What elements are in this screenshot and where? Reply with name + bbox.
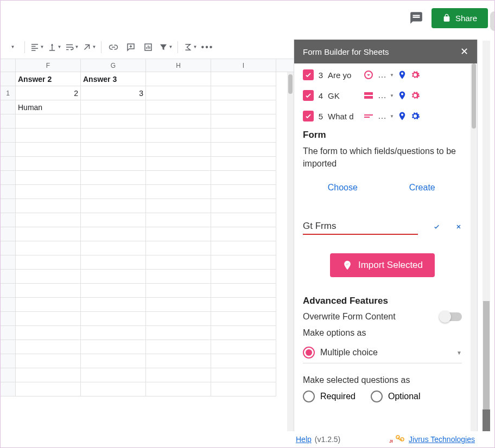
cell[interactable]: [81, 298, 146, 312]
select-all-corner[interactable]: [1, 59, 16, 72]
row-header[interactable]: [1, 354, 16, 368]
cancel-icon[interactable]: [455, 221, 462, 233]
row-header[interactable]: [1, 129, 16, 143]
cell[interactable]: [16, 340, 81, 354]
pin-icon[interactable]: [397, 111, 407, 121]
cell[interactable]: [16, 368, 81, 382]
cell[interactable]: [81, 382, 146, 396]
cell[interactable]: [146, 157, 211, 171]
cell[interactable]: [211, 157, 276, 171]
cell[interactable]: [211, 255, 276, 270]
menu-caret[interactable]: ▼: [5, 40, 20, 55]
cell[interactable]: [16, 241, 81, 255]
cell[interactable]: [211, 354, 276, 368]
cell[interactable]: [146, 227, 211, 241]
pin-icon[interactable]: [397, 70, 407, 80]
comments-button[interactable]: [408, 9, 425, 27]
col-header[interactable]: F: [16, 59, 81, 72]
cell[interactable]: [211, 284, 276, 298]
row-header[interactable]: [1, 199, 16, 213]
cell[interactable]: [146, 368, 211, 382]
sheet-scrollbar[interactable]: [287, 72, 294, 431]
col-header[interactable]: I: [211, 59, 276, 72]
cell[interactable]: [211, 227, 276, 241]
cell[interactable]: [81, 270, 146, 284]
cell[interactable]: [211, 185, 276, 199]
cell[interactable]: [146, 284, 211, 298]
cell[interactable]: [146, 213, 211, 227]
gear-icon[interactable]: [410, 111, 420, 121]
col-header[interactable]: G: [81, 59, 146, 72]
cell[interactable]: Answer 2: [16, 72, 81, 86]
cell[interactable]: [211, 199, 276, 213]
overwrite-toggle[interactable]: [440, 312, 462, 321]
cell[interactable]: [146, 340, 211, 354]
align-h-button[interactable]: ▼: [29, 40, 45, 55]
cell[interactable]: [211, 143, 276, 157]
cell[interactable]: [211, 114, 276, 129]
cell[interactable]: [146, 185, 211, 199]
row-header[interactable]: [1, 72, 16, 86]
row-header[interactable]: [1, 171, 16, 185]
share-button[interactable]: Share: [431, 8, 488, 28]
cell[interactable]: [16, 213, 81, 227]
cell[interactable]: 2: [16, 86, 81, 100]
cell[interactable]: [81, 171, 146, 185]
row-header[interactable]: [1, 298, 16, 312]
cell[interactable]: [16, 171, 81, 185]
tab-choose[interactable]: Choose: [303, 178, 383, 197]
radio-required[interactable]: Required: [303, 391, 356, 402]
cell[interactable]: [211, 340, 276, 354]
row-header[interactable]: [1, 326, 16, 340]
cell[interactable]: [16, 143, 81, 157]
cell[interactable]: [211, 298, 276, 312]
cell[interactable]: [211, 171, 276, 185]
cell[interactable]: [211, 213, 276, 227]
cell[interactable]: [146, 199, 211, 213]
row-header[interactable]: [1, 255, 16, 270]
options-select[interactable]: Multiple choice ▼: [303, 342, 462, 363]
chart-button[interactable]: [141, 40, 156, 55]
cell[interactable]: [211, 382, 276, 396]
cell[interactable]: [81, 227, 146, 241]
chevron-down-icon[interactable]: ▼: [390, 93, 394, 98]
row-header[interactable]: [1, 114, 16, 129]
cell[interactable]: [211, 86, 276, 100]
cell[interactable]: [211, 129, 276, 143]
cell[interactable]: [81, 312, 146, 326]
cell[interactable]: Answer 3: [81, 72, 146, 86]
cell[interactable]: [146, 326, 211, 340]
cell[interactable]: 3: [81, 86, 146, 100]
cell[interactable]: [211, 270, 276, 284]
cell[interactable]: [146, 171, 211, 185]
cell[interactable]: [146, 241, 211, 255]
row-header[interactable]: [1, 185, 16, 199]
gear-icon[interactable]: [410, 70, 420, 80]
row-header[interactable]: [1, 213, 16, 227]
cell[interactable]: [16, 270, 81, 284]
chevron-down-icon[interactable]: ▼: [390, 73, 394, 78]
row-header[interactable]: [1, 270, 16, 284]
cell[interactable]: [211, 312, 276, 326]
row-header[interactable]: [1, 157, 16, 171]
cell[interactable]: [16, 312, 81, 326]
type-icon[interactable]: [363, 111, 375, 121]
avatar[interactable]: [490, 11, 494, 31]
panel-scrollbar[interactable]: [471, 63, 477, 431]
cell[interactable]: [16, 298, 81, 312]
checkbox[interactable]: [303, 69, 314, 80]
more-icon[interactable]: …: [378, 70, 386, 80]
gear-icon[interactable]: [410, 91, 420, 100]
spreadsheet[interactable]: F G H I Answer 2 Answer 3 1 2 3 Human: [1, 59, 294, 431]
cell[interactable]: [81, 157, 146, 171]
cell[interactable]: [81, 368, 146, 382]
cell[interactable]: [211, 368, 276, 382]
checkbox[interactable]: [303, 90, 314, 101]
cell[interactable]: [16, 354, 81, 368]
row-header[interactable]: [1, 382, 16, 396]
cell[interactable]: [81, 100, 146, 114]
row-header[interactable]: [1, 227, 16, 241]
cell[interactable]: [146, 270, 211, 284]
cell[interactable]: [16, 382, 81, 396]
type-icon[interactable]: [363, 70, 375, 80]
